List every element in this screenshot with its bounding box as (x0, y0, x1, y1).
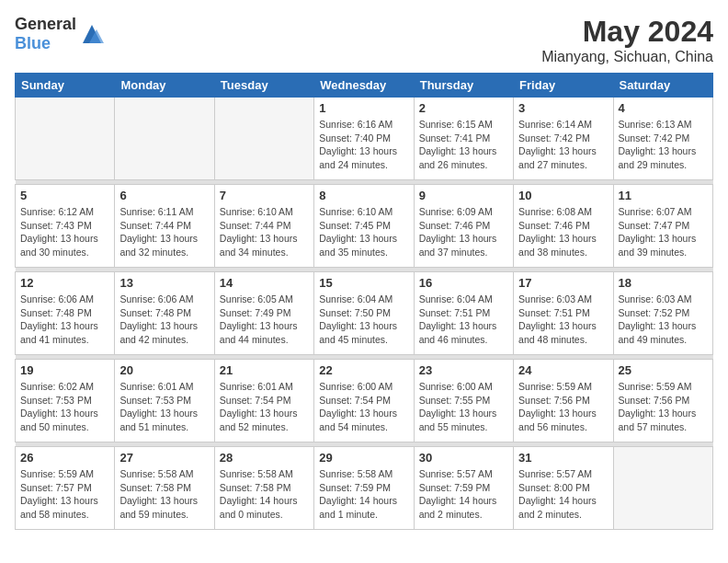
day-info: Sunrise: 6:00 AM Sunset: 7:54 PM Dayligh… (319, 380, 408, 434)
calendar-day-cell: 19Sunrise: 6:02 AM Sunset: 7:53 PM Dayli… (16, 360, 115, 442)
day-info: Sunrise: 6:05 AM Sunset: 7:49 PM Dayligh… (220, 293, 309, 347)
title-block: May 2024 Mianyang, Sichuan, China (541, 15, 713, 65)
calendar-day-cell: 9Sunrise: 6:09 AM Sunset: 7:46 PM Daylig… (414, 185, 513, 268)
day-info: Sunrise: 6:03 AM Sunset: 7:51 PM Dayligh… (518, 293, 608, 347)
day-of-week-header: Thursday (414, 74, 513, 98)
day-number: 19 (20, 363, 109, 377)
day-number: 30 (419, 451, 508, 465)
day-info: Sunrise: 6:13 AM Sunset: 7:42 PM Dayligh… (619, 118, 708, 172)
day-number: 22 (319, 363, 408, 377)
calendar-day-cell: 13Sunrise: 6:06 AM Sunset: 7:48 PM Dayli… (115, 272, 214, 355)
calendar-day-cell: 1Sunrise: 6:16 AM Sunset: 7:40 PM Daylig… (314, 98, 414, 180)
calendar-day-cell: 27Sunrise: 5:58 AM Sunset: 7:58 PM Dayli… (115, 447, 214, 530)
day-info: Sunrise: 6:15 AM Sunset: 7:41 PM Dayligh… (419, 118, 508, 172)
calendar-day-cell (115, 98, 214, 180)
day-number: 5 (20, 189, 109, 202)
day-number: 31 (518, 451, 608, 465)
logo-blue: Blue (15, 34, 51, 52)
month-year-title: May 2024 (541, 15, 713, 49)
day-info: Sunrise: 5:59 AM Sunset: 7:56 PM Dayligh… (619, 380, 708, 434)
page-header: General Blue May 2024 Mianyang, Sichuan,… (15, 15, 713, 65)
day-info: Sunrise: 6:06 AM Sunset: 7:48 PM Dayligh… (119, 293, 209, 347)
calendar-day-cell: 15Sunrise: 6:04 AM Sunset: 7:50 PM Dayli… (314, 272, 414, 355)
day-info: Sunrise: 6:08 AM Sunset: 7:46 PM Dayligh… (518, 205, 608, 259)
logo-icon (78, 20, 106, 48)
day-info: Sunrise: 6:14 AM Sunset: 7:42 PM Dayligh… (518, 118, 608, 172)
day-info: Sunrise: 6:11 AM Sunset: 7:44 PM Dayligh… (119, 205, 209, 259)
day-info: Sunrise: 6:01 AM Sunset: 7:53 PM Dayligh… (119, 380, 209, 434)
calendar-week-row: 12Sunrise: 6:06 AM Sunset: 7:48 PM Dayli… (16, 272, 713, 355)
day-number: 24 (518, 363, 608, 377)
day-info: Sunrise: 6:03 AM Sunset: 7:52 PM Dayligh… (619, 293, 708, 347)
calendar-day-cell: 20Sunrise: 6:01 AM Sunset: 7:53 PM Dayli… (115, 360, 214, 442)
day-of-week-header: Sunday (16, 74, 115, 98)
day-number: 16 (419, 276, 508, 290)
calendar-day-cell: 28Sunrise: 5:58 AM Sunset: 7:58 PM Dayli… (214, 447, 313, 530)
day-info: Sunrise: 5:59 AM Sunset: 7:56 PM Dayligh… (518, 380, 608, 434)
calendar-day-cell: 8Sunrise: 6:10 AM Sunset: 7:45 PM Daylig… (314, 185, 414, 268)
day-number: 14 (220, 276, 309, 290)
day-number: 15 (319, 276, 408, 290)
day-number: 11 (619, 189, 708, 202)
day-info: Sunrise: 6:10 AM Sunset: 7:45 PM Dayligh… (319, 205, 408, 259)
day-number: 12 (20, 276, 109, 290)
calendar-day-cell: 26Sunrise: 5:59 AM Sunset: 7:57 PM Dayli… (16, 447, 115, 530)
day-number: 25 (619, 363, 708, 377)
day-number: 3 (518, 101, 608, 115)
day-info: Sunrise: 5:59 AM Sunset: 7:57 PM Dayligh… (20, 467, 109, 522)
day-info: Sunrise: 5:58 AM Sunset: 7:58 PM Dayligh… (119, 467, 209, 522)
calendar-day-cell: 4Sunrise: 6:13 AM Sunset: 7:42 PM Daylig… (613, 98, 712, 180)
calendar-day-cell: 31Sunrise: 5:57 AM Sunset: 8:00 PM Dayli… (514, 447, 613, 530)
day-number: 13 (119, 276, 209, 290)
day-info: Sunrise: 5:58 AM Sunset: 7:59 PM Dayligh… (319, 467, 408, 522)
calendar-body: 1Sunrise: 6:16 AM Sunset: 7:40 PM Daylig… (16, 98, 713, 530)
calendar-day-cell: 14Sunrise: 6:05 AM Sunset: 7:49 PM Dayli… (214, 272, 313, 355)
calendar-day-cell: 21Sunrise: 6:01 AM Sunset: 7:54 PM Dayli… (214, 360, 313, 442)
calendar-day-cell: 25Sunrise: 5:59 AM Sunset: 7:56 PM Dayli… (613, 360, 712, 442)
days-of-week-row: SundayMondayTuesdayWednesdayThursdayFrid… (16, 74, 713, 98)
calendar-day-cell: 5Sunrise: 6:12 AM Sunset: 7:43 PM Daylig… (16, 185, 115, 268)
day-number: 7 (220, 189, 309, 202)
calendar-header: SundayMondayTuesdayWednesdayThursdayFrid… (16, 74, 713, 98)
day-info: Sunrise: 6:07 AM Sunset: 7:47 PM Dayligh… (619, 205, 708, 259)
logo-general: General (15, 15, 76, 33)
day-of-week-header: Wednesday (314, 74, 414, 98)
day-info: Sunrise: 5:57 AM Sunset: 8:00 PM Dayligh… (518, 467, 608, 522)
day-info: Sunrise: 5:57 AM Sunset: 7:59 PM Dayligh… (419, 467, 508, 522)
day-number: 6 (119, 189, 209, 202)
day-number: 10 (518, 189, 608, 202)
day-number: 17 (518, 276, 608, 290)
location-subtitle: Mianyang, Sichuan, China (541, 49, 713, 65)
day-info: Sunrise: 6:12 AM Sunset: 7:43 PM Dayligh… (20, 205, 109, 259)
day-number: 4 (619, 101, 708, 115)
calendar-week-row: 26Sunrise: 5:59 AM Sunset: 7:57 PM Dayli… (16, 447, 713, 530)
calendar-day-cell: 10Sunrise: 6:08 AM Sunset: 7:46 PM Dayli… (514, 185, 613, 268)
day-number: 27 (119, 451, 209, 465)
day-info: Sunrise: 6:04 AM Sunset: 7:50 PM Dayligh… (319, 293, 408, 347)
day-number: 18 (619, 276, 708, 290)
calendar-day-cell: 30Sunrise: 5:57 AM Sunset: 7:59 PM Dayli… (414, 447, 513, 530)
day-of-week-header: Saturday (613, 74, 712, 98)
day-number: 23 (419, 363, 508, 377)
day-number: 26 (20, 451, 109, 465)
logo: General Blue (15, 15, 106, 53)
day-info: Sunrise: 6:10 AM Sunset: 7:44 PM Dayligh… (220, 205, 309, 259)
day-number: 29 (319, 451, 408, 465)
calendar-day-cell: 24Sunrise: 5:59 AM Sunset: 7:56 PM Dayli… (514, 360, 613, 442)
calendar-day-cell: 2Sunrise: 6:15 AM Sunset: 7:41 PM Daylig… (414, 98, 513, 180)
calendar-week-row: 19Sunrise: 6:02 AM Sunset: 7:53 PM Dayli… (16, 360, 713, 442)
calendar-table: SundayMondayTuesdayWednesdayThursdayFrid… (15, 73, 713, 530)
day-number: 9 (419, 189, 508, 202)
day-info: Sunrise: 6:09 AM Sunset: 7:46 PM Dayligh… (419, 205, 508, 259)
day-number: 8 (319, 189, 408, 202)
calendar-day-cell (16, 98, 115, 180)
calendar-day-cell (613, 447, 712, 530)
day-of-week-header: Friday (514, 74, 613, 98)
day-of-week-header: Monday (115, 74, 214, 98)
day-number: 20 (119, 363, 209, 377)
day-number: 28 (220, 451, 309, 465)
day-info: Sunrise: 6:00 AM Sunset: 7:55 PM Dayligh… (419, 380, 508, 434)
calendar-day-cell: 3Sunrise: 6:14 AM Sunset: 7:42 PM Daylig… (514, 98, 613, 180)
calendar-day-cell: 11Sunrise: 6:07 AM Sunset: 7:47 PM Dayli… (613, 185, 712, 268)
day-info: Sunrise: 6:16 AM Sunset: 7:40 PM Dayligh… (319, 118, 408, 172)
